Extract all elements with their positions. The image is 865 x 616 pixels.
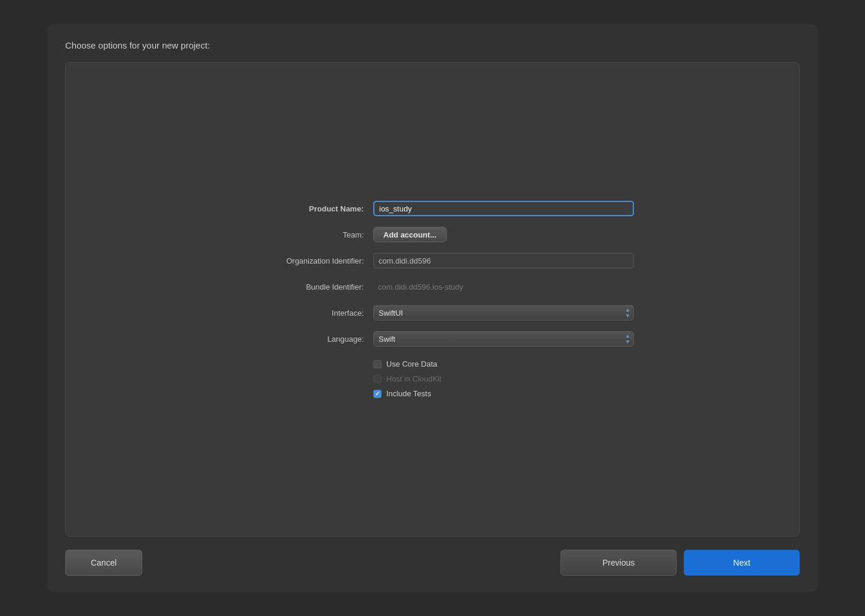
interface-row: Interface: SwiftUI Storyboard ▲ ▼ — [231, 305, 634, 320]
interface-select[interactable]: SwiftUI Storyboard — [373, 305, 634, 320]
host-in-cloudkit-label: Host in CloudKit — [386, 374, 441, 383]
host-in-cloudkit-checkbox[interactable] — [373, 375, 382, 383]
language-label: Language: — [231, 335, 373, 344]
product-name-row: Product Name: — [231, 201, 634, 216]
footer-right: Previous Next — [560, 550, 800, 576]
team-row: Team: Add account... — [231, 227, 634, 242]
footer-left: Cancel — [65, 550, 142, 576]
next-button[interactable]: Next — [684, 550, 800, 576]
project-options-dialog: Choose options for your new project: Pro… — [47, 24, 818, 592]
bundle-identifier-value: com.didi.dd596.ios-study — [373, 279, 634, 294]
footer: Cancel Previous Next — [65, 550, 800, 576]
form-container: Product Name: Team: Add account... Organ… — [231, 201, 634, 398]
host-in-cloudkit-row: Host in CloudKit — [373, 374, 634, 383]
interface-select-wrapper: SwiftUI Storyboard ▲ ▼ — [373, 305, 634, 320]
use-core-data-label: Use Core Data — [386, 360, 437, 368]
org-identifier-row: Organization Identifier: — [231, 253, 634, 268]
add-account-button[interactable]: Add account... — [373, 227, 447, 242]
checkboxes-container: Use Core Data Host in CloudKit ✓ Include… — [373, 360, 634, 398]
include-tests-label: Include Tests — [386, 389, 431, 398]
content-area: Product Name: Team: Add account... Organ… — [65, 62, 800, 537]
team-label: Team: — [231, 230, 373, 239]
product-name-input[interactable] — [373, 201, 634, 216]
interface-label: Interface: — [231, 309, 373, 317]
include-tests-checkbox[interactable]: ✓ — [373, 390, 382, 398]
bundle-identifier-label: Bundle Identifier: — [231, 283, 373, 291]
org-identifier-input[interactable] — [373, 253, 634, 268]
use-core-data-row: Use Core Data — [373, 360, 634, 368]
cancel-button[interactable]: Cancel — [65, 550, 142, 576]
dialog-title: Choose options for your new project: — [65, 40, 800, 50]
use-core-data-checkbox[interactable] — [373, 360, 382, 368]
previous-button[interactable]: Previous — [560, 550, 677, 576]
language-select-wrapper: Swift Objective-C ▲ ▼ — [373, 331, 634, 346]
checkmark-icon: ✓ — [375, 391, 380, 397]
language-row: Language: Swift Objective-C ▲ ▼ — [231, 331, 634, 346]
language-select[interactable]: Swift Objective-C — [373, 331, 634, 346]
product-name-label: Product Name: — [231, 204, 373, 213]
bundle-identifier-row: Bundle Identifier: com.didi.dd596.ios-st… — [231, 279, 634, 294]
org-identifier-label: Organization Identifier: — [231, 256, 373, 265]
include-tests-row: ✓ Include Tests — [373, 389, 634, 398]
